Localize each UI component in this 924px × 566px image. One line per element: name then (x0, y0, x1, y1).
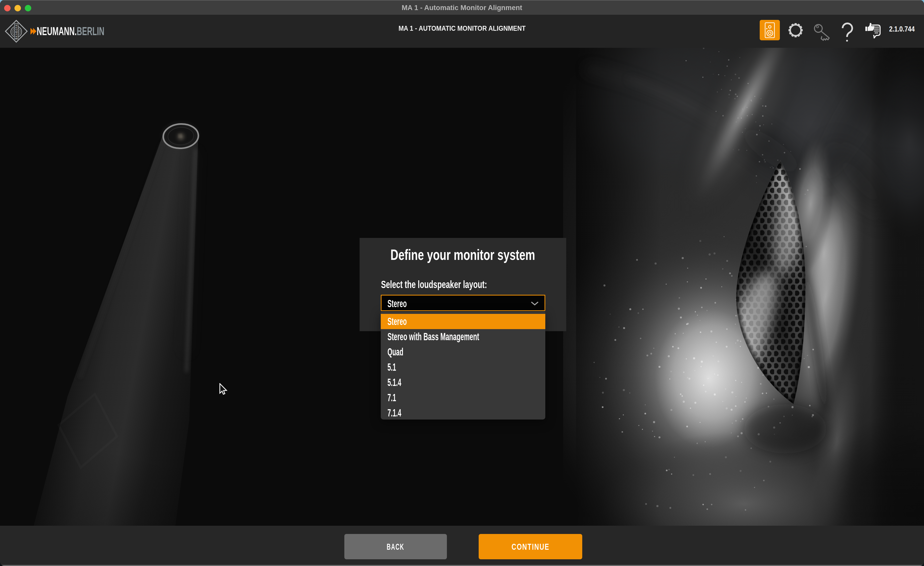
svg-text:2.1.0.744: 2.1.0.744 (889, 24, 915, 33)
